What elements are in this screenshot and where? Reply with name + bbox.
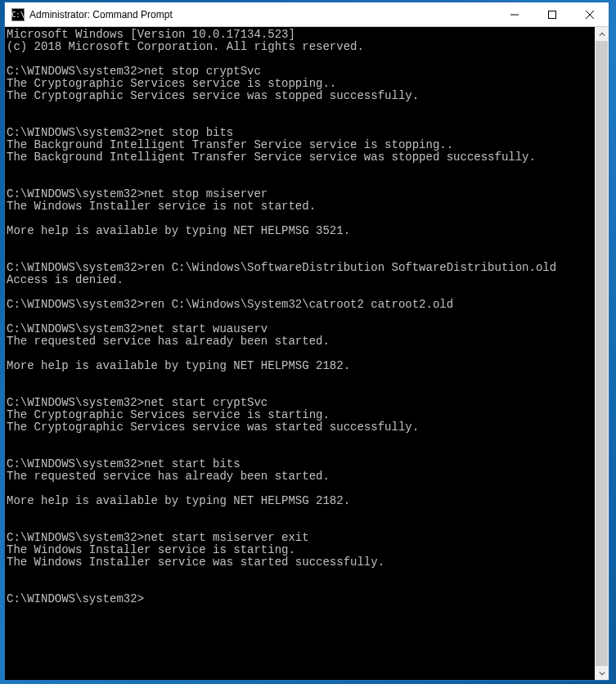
terminal-line bbox=[7, 483, 595, 495]
terminal-line: C:\WINDOWS\system32>net stop msiserver bbox=[7, 188, 595, 200]
terminal-line bbox=[7, 434, 595, 446]
terminal-line: The Background Intelligent Transfer Serv… bbox=[7, 139, 595, 151]
maximize-button[interactable] bbox=[533, 2, 571, 26]
terminal-area[interactable]: Microsoft Windows [Version 10.0.17134.52… bbox=[5, 27, 609, 680]
terminal-line: C:\WINDOWS\system32>ren C:\Windows\Syste… bbox=[7, 299, 595, 311]
terminal-line: Access is denied. bbox=[7, 274, 595, 286]
terminal-line bbox=[7, 237, 595, 250]
terminal-line: The Cryptographic Services service was s… bbox=[7, 421, 595, 434]
terminal-line bbox=[7, 115, 595, 127]
terminal-line: Microsoft Windows [Version 10.0.17134.52… bbox=[7, 29, 595, 41]
terminal-line bbox=[7, 213, 595, 225]
terminal-line: C:\WINDOWS\system32>net start cryptSvc bbox=[7, 397, 595, 409]
window-title: Administrator: Command Prompt bbox=[29, 9, 496, 20]
scroll-thumb[interactable] bbox=[596, 41, 608, 666]
minimize-icon bbox=[510, 11, 519, 19]
terminal-line: C:\WINDOWS\system32>net stop cryptSvc bbox=[7, 65, 595, 78]
terminal-line: The Cryptographic Services service is st… bbox=[7, 409, 595, 421]
terminal-line: More help is available by typing NET HEL… bbox=[7, 495, 595, 507]
terminal-line bbox=[7, 286, 595, 299]
terminal-line: The Cryptographic Services service is st… bbox=[7, 78, 595, 90]
chevron-down-icon bbox=[599, 670, 605, 677]
terminal-line bbox=[7, 507, 595, 520]
terminal-line bbox=[7, 581, 595, 593]
terminal-line: C:\WINDOWS\system32>net start msiserver … bbox=[7, 532, 595, 544]
terminal-line: The requested service has already been s… bbox=[7, 470, 595, 483]
terminal-line: C:\WINDOWS\system32> bbox=[7, 593, 595, 605]
close-icon bbox=[586, 11, 594, 19]
terminal-line: More help is available by typing NET HEL… bbox=[7, 225, 595, 237]
terminal-line bbox=[7, 569, 595, 581]
scroll-track[interactable] bbox=[595, 41, 609, 666]
terminal-line bbox=[7, 102, 595, 115]
terminal-line bbox=[7, 385, 595, 397]
terminal-line: C:\WINDOWS\system32>net start wuauserv bbox=[7, 323, 595, 335]
terminal-line bbox=[7, 53, 595, 65]
terminal-line bbox=[7, 250, 595, 262]
terminal-line: More help is available by typing NET HEL… bbox=[7, 360, 595, 372]
command-prompt-window: C:\ Administrator: Command Prompt Micros… bbox=[4, 2, 609, 681]
terminal-line bbox=[7, 348, 595, 360]
terminal-line bbox=[7, 176, 595, 188]
chevron-up-icon bbox=[599, 31, 605, 38]
terminal-line bbox=[7, 605, 595, 618]
svg-rect-1 bbox=[549, 11, 556, 18]
terminal-line bbox=[7, 520, 595, 532]
maximize-icon bbox=[548, 11, 556, 19]
scroll-up-button[interactable] bbox=[595, 27, 609, 41]
close-button[interactable] bbox=[571, 2, 609, 26]
titlebar[interactable]: C:\ Administrator: Command Prompt bbox=[5, 2, 609, 27]
terminal-line: C:\WINDOWS\system32>ren C:\Windows\Softw… bbox=[7, 262, 595, 274]
scrollbar[interactable] bbox=[595, 27, 609, 680]
terminal-line: The Windows Installer service was starte… bbox=[7, 556, 595, 569]
terminal-line: The Background Intelligent Transfer Serv… bbox=[7, 151, 595, 164]
terminal-line: (c) 2018 Microsoft Corporation. All righ… bbox=[7, 41, 595, 53]
terminal-line: C:\WINDOWS\system32>net start bits bbox=[7, 458, 595, 470]
terminal-line bbox=[7, 372, 595, 385]
terminal-line: The Windows Installer service is startin… bbox=[7, 544, 595, 556]
terminal-line: The Cryptographic Services service was s… bbox=[7, 90, 595, 102]
scroll-down-button[interactable] bbox=[595, 666, 609, 680]
terminal-line: C:\WINDOWS\system32>net stop bits bbox=[7, 127, 595, 139]
terminal-line: The requested service has already been s… bbox=[7, 335, 595, 348]
terminal-line: The Windows Installer service is not sta… bbox=[7, 200, 595, 213]
cmd-icon: C:\ bbox=[11, 8, 25, 21]
window-controls bbox=[496, 2, 609, 26]
terminal-line bbox=[7, 311, 595, 323]
terminal-content[interactable]: Microsoft Windows [Version 10.0.17134.52… bbox=[7, 29, 595, 618]
terminal-line bbox=[7, 446, 595, 458]
terminal-line bbox=[7, 164, 595, 176]
minimize-button[interactable] bbox=[496, 2, 533, 26]
